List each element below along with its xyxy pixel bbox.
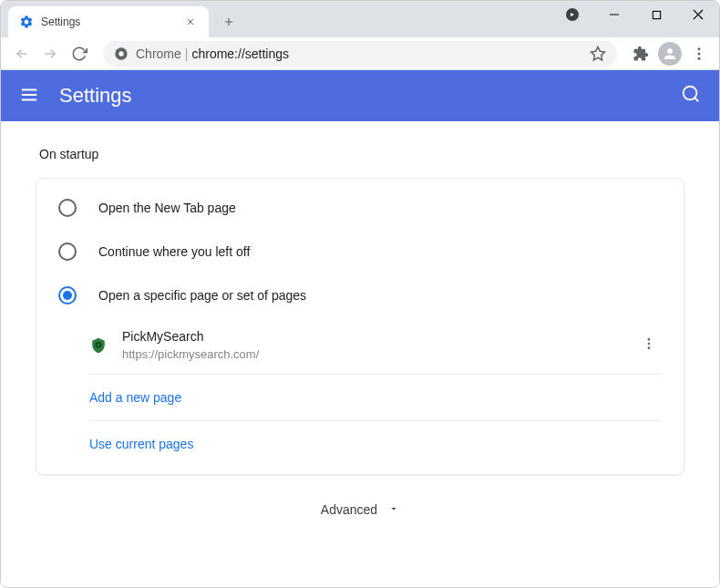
svg-rect-6 — [653, 11, 660, 18]
use-current-row[interactable]: Use current pages — [89, 421, 662, 467]
tab-title: Settings — [41, 15, 176, 28]
svg-point-12 — [118, 51, 123, 56]
window-controls — [551, 1, 719, 28]
browser-toolbar: Chrome | chrome://settings — [1, 37, 719, 70]
close-window-button[interactable] — [677, 1, 719, 28]
svg-line-21 — [694, 98, 698, 101]
search-icon[interactable] — [681, 84, 701, 108]
radio-option-specific[interactable]: Open a specific page or set of pages — [36, 273, 684, 317]
more-actions-icon[interactable] — [636, 331, 662, 360]
new-tab-button[interactable] — [216, 9, 242, 35]
chevron-down-icon — [388, 502, 399, 517]
svg-point-15 — [698, 52, 701, 55]
settings-header: Settings — [1, 70, 719, 121]
address-text: Chrome | chrome://settings — [136, 46, 289, 61]
radio-option-newtab[interactable]: Open the New Tab page — [36, 186, 684, 230]
back-button[interactable] — [8, 41, 34, 67]
extensions-icon[interactable] — [628, 41, 653, 67]
radio-icon — [58, 242, 77, 261]
chrome-icon — [114, 46, 129, 61]
maximize-button[interactable] — [635, 1, 677, 28]
svg-point-16 — [698, 57, 701, 59]
startup-page-row: PickMySearch https://pickmysearch.com/ — [89, 317, 662, 375]
page-title-text: PickMySearch — [122, 328, 622, 346]
radio-icon-selected — [58, 286, 77, 304]
address-bar[interactable]: Chrome | chrome://settings — [103, 41, 617, 67]
radio-icon — [58, 199, 77, 217]
profile-avatar[interactable] — [657, 41, 683, 67]
use-current-link[interactable]: Use current pages — [89, 437, 193, 451]
settings-content[interactable]: On startup Open the New Tab page Continu… — [1, 121, 719, 588]
add-page-link[interactable]: Add a new page — [89, 390, 181, 405]
section-title: On startup — [36, 147, 684, 161]
browser-tab[interactable]: Settings — [8, 6, 209, 37]
svg-marker-13 — [591, 46, 605, 59]
page-title: Settings — [59, 84, 681, 108]
startup-pages-list: PickMySearch https://pickmysearch.com/ A… — [89, 317, 662, 467]
svg-point-14 — [698, 47, 701, 50]
bookmark-star-icon[interactable] — [590, 46, 606, 62]
menu-button[interactable] — [686, 41, 712, 67]
advanced-label: Advanced — [321, 502, 377, 517]
svg-point-25 — [648, 343, 651, 346]
media-control-icon[interactable] — [551, 1, 593, 28]
forward-button[interactable] — [37, 41, 63, 67]
window-titlebar: Settings — [1, 1, 719, 37]
radio-option-continue[interactable]: Continue where you left off — [36, 230, 684, 273]
reload-button[interactable] — [67, 41, 92, 67]
minimize-button[interactable] — [593, 1, 635, 28]
svg-point-20 — [684, 87, 697, 100]
hamburger-menu-icon[interactable] — [19, 85, 41, 107]
svg-point-24 — [648, 338, 651, 341]
svg-point-26 — [648, 346, 651, 349]
add-page-row[interactable]: Add a new page — [89, 375, 662, 421]
page-url-text: https://pickmysearch.com/ — [122, 346, 622, 363]
site-favicon — [89, 336, 108, 355]
advanced-toggle[interactable]: Advanced — [36, 475, 684, 526]
svg-point-23 — [98, 344, 100, 346]
startup-card: Open the New Tab page Continue where you… — [36, 178, 684, 475]
page-info: PickMySearch https://pickmysearch.com/ — [122, 328, 622, 363]
close-tab-icon[interactable] — [183, 15, 198, 29]
gear-icon — [19, 15, 34, 29]
